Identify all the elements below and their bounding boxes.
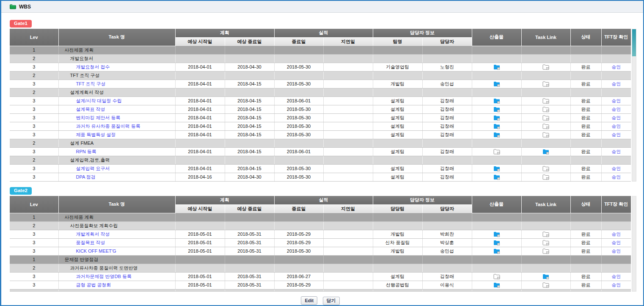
task-link-folder-gray-folder-icon[interactable]	[542, 174, 549, 179]
deliverable-folder-blue-folder-icon[interactable]	[493, 81, 500, 86]
task-link-cell	[521, 96, 570, 105]
approve-link[interactable]: 승인	[611, 274, 621, 279]
tft-confirm-cell	[601, 46, 631, 54]
lev-cell: 3	[10, 230, 58, 238]
tft-confirm-cell: 승인	[601, 247, 631, 255]
task-name-link[interactable]: 개발요청서 접수	[76, 64, 110, 69]
table-row: 2설계계획서 작성	[10, 88, 631, 96]
deliverable-folder-gray-folder-icon[interactable]	[493, 149, 500, 154]
task-name-link[interactable]: 설계/시작 대일정 수립	[76, 98, 122, 103]
deliverable-cell	[472, 264, 521, 272]
plan-end-cell: 2018-05-31	[225, 247, 274, 255]
team-cell: 설계팀	[373, 147, 422, 156]
lev-cell: 3	[10, 130, 58, 139]
plan-end-cell: 2018-05-31	[225, 281, 274, 289]
task-name-link[interactable]: 품질목표 작성	[76, 240, 105, 245]
plan-start-cell	[175, 88, 225, 96]
task-name-link[interactable]: 설계목표 작성	[76, 107, 105, 112]
task-name-link[interactable]: 개발계획서 작성	[76, 232, 110, 237]
deliverable-folder-blue-folder-icon[interactable]	[493, 174, 500, 179]
approve-link[interactable]: 승인	[611, 232, 621, 237]
deliverable-folder-gray-folder-icon[interactable]	[493, 273, 500, 278]
close-button[interactable]: 닫기	[323, 297, 340, 305]
approve-link[interactable]: 승인	[611, 107, 621, 112]
approve-link[interactable]: 승인	[611, 132, 621, 137]
lev-cell: 3	[10, 63, 58, 71]
deliverable-folder-blue-folder-icon[interactable]	[493, 240, 500, 245]
wbs-window: WBS Gate1LevTask 명계획실적담당자 정보산출물Task Link…	[0, 0, 644, 306]
plan-end-cell	[225, 213, 274, 221]
deliverable-folder-blue-folder-icon[interactable]	[493, 64, 500, 69]
scrollbar-thumb[interactable]	[632, 29, 636, 56]
task-name-link[interactable]: 설계입력 요구서	[76, 166, 110, 171]
approve-link[interactable]: 승인	[611, 282, 621, 287]
approve-link[interactable]: 승인	[611, 64, 621, 69]
task-link-folder-gray-folder-icon[interactable]	[542, 282, 549, 287]
delay-cell	[323, 80, 373, 88]
deliverable-folder-blue-folder-icon[interactable]	[493, 282, 500, 287]
task-name-link[interactable]: DPA 점검	[76, 174, 96, 179]
task-name-link[interactable]: KICK OFF MEET'G	[76, 248, 116, 254]
col-header-task-link: Task Link	[521, 29, 570, 46]
task-name-link[interactable]: 벤치마킹 제안서 등록	[76, 115, 121, 120]
approve-link[interactable]: 승인	[611, 248, 621, 254]
table-scrollbar[interactable]	[632, 29, 636, 182]
task-link-folder-gray-folder-icon[interactable]	[542, 115, 549, 120]
task-link-folder-gray-folder-icon[interactable]	[542, 231, 549, 236]
lev-cell: 2	[10, 71, 58, 80]
delay-cell	[323, 238, 373, 247]
plan-end-cell	[225, 264, 274, 272]
task-link-folder-gray-folder-icon[interactable]	[542, 98, 549, 103]
task-name-link[interactable]: TFT 조직 구성	[76, 81, 106, 86]
team-cell: 설계팀	[373, 130, 422, 139]
deliverable-folder-blue-folder-icon[interactable]	[493, 98, 500, 103]
plan-end-cell: 2018-05-31	[225, 272, 274, 281]
actual-end-cell	[274, 46, 323, 54]
col-header-owner: 담당자	[422, 37, 472, 46]
task-name-link[interactable]: 과거차 유사차종 품질이력 등록	[76, 124, 140, 129]
approve-link[interactable]: 승인	[611, 149, 621, 154]
deliverable-folder-blue-folder-icon[interactable]	[493, 248, 500, 253]
task-link-folder-gray-folder-icon[interactable]	[542, 240, 549, 245]
task-name-link[interactable]: 과거차문제점 반영DB 등록	[76, 274, 132, 279]
deliverable-folder-blue-folder-icon[interactable]	[493, 132, 500, 137]
task-link-folder-gray-folder-icon[interactable]	[542, 64, 549, 69]
approve-link[interactable]: 승인	[611, 98, 621, 103]
approve-link[interactable]: 승인	[611, 81, 621, 86]
task-link-folder-gray-folder-icon[interactable]	[542, 132, 549, 137]
deliverable-folder-blue-folder-icon[interactable]	[493, 165, 500, 171]
actual-end-cell: 2018-05-30	[274, 173, 323, 181]
task-link-folder-gray-folder-icon[interactable]	[542, 106, 549, 111]
table-scrollbar[interactable]	[632, 196, 636, 292]
approve-link[interactable]: 승인	[611, 124, 621, 129]
task-link-folder-gray-folder-icon[interactable]	[542, 165, 549, 171]
task-link-folder-blue-folder-icon[interactable]	[542, 273, 549, 278]
task-link-cell	[521, 71, 570, 80]
partial-row-cell	[601, 289, 631, 291]
approve-link[interactable]: 승인	[611, 166, 621, 171]
task-link-folder-blue-folder-icon[interactable]	[542, 149, 549, 154]
footer-buttons: Edit 닫기	[10, 296, 631, 305]
approve-link[interactable]: 승인	[611, 240, 621, 245]
partial-row-cell	[10, 289, 58, 291]
partial-row-cell	[422, 289, 472, 291]
task-name-link[interactable]: RPN 등록	[76, 149, 96, 154]
task-link-cell	[521, 139, 570, 147]
col-header-task: Task 명	[58, 29, 175, 46]
edit-button[interactable]: Edit	[301, 296, 317, 305]
task-link-folder-gray-folder-icon[interactable]	[542, 123, 549, 128]
approve-link[interactable]: 승인	[611, 115, 621, 120]
task-link-folder-gray-folder-icon[interactable]	[542, 81, 549, 86]
deliverable-folder-blue-folder-icon[interactable]	[493, 115, 500, 120]
task-name-cell: 제품 특별특성 설정	[58, 130, 175, 139]
approve-link[interactable]: 승인	[611, 174, 621, 179]
task-name-link[interactable]: 금형 공법 공청회	[76, 282, 111, 287]
deliverable-folder-blue-folder-icon[interactable]	[493, 123, 500, 128]
task-name-link[interactable]: 제품 특별특성 설정	[76, 132, 116, 137]
task-name-cell: 문제점 반영점검	[58, 255, 175, 264]
task-link-folder-gray-folder-icon[interactable]	[542, 248, 549, 253]
plan-end-cell	[225, 255, 274, 264]
owner-cell: 김창래	[422, 122, 472, 130]
deliverable-folder-blue-folder-icon[interactable]	[493, 231, 500, 236]
deliverable-folder-blue-folder-icon[interactable]	[493, 106, 500, 111]
